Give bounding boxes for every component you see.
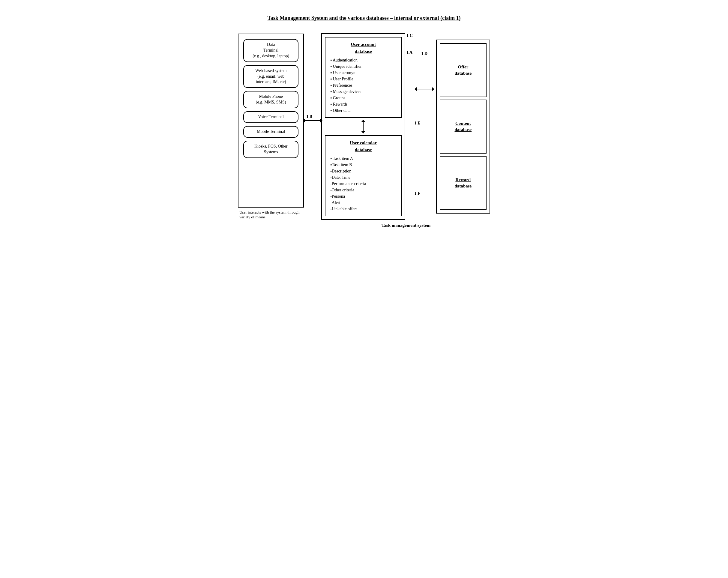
offer-database-box: Offerdatabase [440,43,487,97]
right-outer-box: Offerdatabase Contentdatabase Rewarddata… [436,40,490,214]
terminal-kiosk: Kiosks, POS, OtherSystems [243,141,298,158]
content-database-box: Contentdatabase [440,100,487,154]
user-account-db: User accountdatabase Authentication Uniq… [325,37,401,118]
right-section: Offerdatabase Contentdatabase Rewarddata… [436,40,490,214]
item-groups: Groups [330,95,396,101]
page-title: Task Management System and the various d… [220,15,508,21]
terminal-mobile: Mobile Terminal [243,126,298,138]
terminal-mobile-phone: Mobile Phone(e.g. MMS, SMS) [243,91,298,108]
page: Task Management System and the various d… [214,6,514,237]
task-management-label: Task management system [304,223,508,228]
item-authentication: Authentication [330,57,396,63]
user-account-title: User accountdatabase [330,41,396,55]
label-1f: 1 F [415,191,420,196]
center-section: User accountdatabase Authentication Uniq… [321,33,413,220]
terminal-data: DataTerminal(e.g., desktop, laptop) [243,39,298,62]
center-right-arrows: 1 D 1 E 1 F [415,36,434,211]
reward-database-label: Rewarddatabase [454,177,471,189]
diagram: DataTerminal(e.g., desktop, laptop) Web-… [220,33,508,220]
offer-database-label: Offerdatabase [454,64,471,77]
item-other-data: Other data [330,107,396,114]
vertical-arrow [361,120,365,133]
user-calendar-title: User calendardatabase [330,139,396,153]
item-preferences: Preferences [330,82,396,88]
label-1e: 1 E [415,121,420,126]
label-1b: 1 B [306,114,312,119]
item-rewards: Rewards [330,101,396,107]
calendar-items: ▪ Task item A ▪Task item B -Description … [330,155,396,212]
user-account-list: Authentication Unique identifier User ac… [330,57,396,114]
item-profile: User Profile [330,76,396,82]
terminal-web: Web-based system(e.g. email, webinterfac… [243,65,298,88]
item-acronym: User acronym [330,70,396,76]
label-1c: 1 C [407,33,413,38]
terminal-voice: Voice Terminal [243,111,298,123]
left-label: User interacts with the system through v… [239,210,302,219]
item-message-devices: Message devices [330,88,396,95]
label-1a: 1 A [407,50,412,55]
content-database-label: Contentdatabase [454,120,471,133]
item-unique-id: Unique identifier [330,63,396,70]
label-1d: 1 D [421,51,428,56]
left-section: DataTerminal(e.g., desktop, laptop) Web-… [238,34,304,208]
reward-database-box: Rewarddatabase [440,156,487,210]
user-calendar-db: User calendardatabase ▪ Task item A ▪Tas… [325,135,401,216]
center-outer-box: User accountdatabase Authentication Uniq… [321,33,405,220]
